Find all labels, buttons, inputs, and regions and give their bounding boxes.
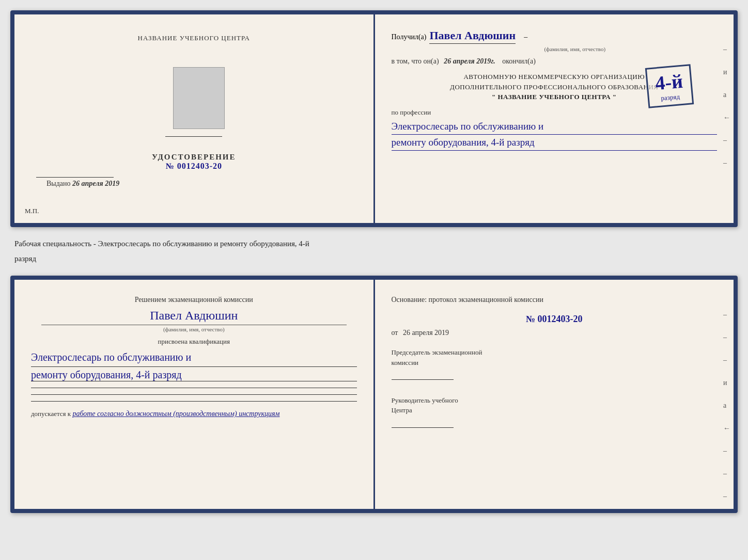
left-org-title: НАЗВАНИЕ УЧЕБНОГО ЦЕНТРА — [138, 34, 250, 42]
sign-lines — [31, 388, 357, 402]
bmark-9: – — [723, 492, 730, 501]
qual-line1: Электрослесарь по обслуживанию и — [31, 348, 357, 367]
vydano-line: Выдано 26 апреля 2019 — [46, 180, 119, 188]
bmark-4: и — [723, 379, 730, 387]
certificate-label: УДОСТОВЕРЕНИЕ — [152, 153, 236, 162]
vtom-date: 26 апреля 2019г. — [444, 57, 495, 65]
ot-label: от — [392, 329, 398, 337]
dopuskaetsya-block: допускается к работе согласно должностны… — [31, 410, 357, 418]
qual-block: Электрослесарь по обслуживанию и ремонту… — [31, 348, 357, 381]
bmark-6: ← — [723, 424, 730, 433]
grade-stamp: 4-й разряд — [645, 64, 694, 108]
poluchil-label: Получил(а) — [392, 33, 427, 41]
top-certificate: НАЗВАНИЕ УЧЕБНОГО ЦЕНТРА УДОСТОВЕРЕНИЕ №… — [10, 10, 738, 227]
chairman-sign-line — [392, 372, 454, 380]
vtom-block: в том, что он(а) 26 апреля 2019г. окончи… — [392, 57, 718, 66]
grade-label: 4-й — [654, 70, 684, 94]
dopusk-text: работе согласно должностным (производств… — [72, 410, 279, 418]
mark-6: – — [723, 159, 730, 167]
bottom-left-page: Решением экзаменационной комиссии Павел … — [14, 280, 375, 509]
mp-label: М.П. — [25, 207, 39, 215]
mark-3: а — [723, 91, 730, 99]
bottom-name-sub: (фамилия, имя, отчество) — [41, 325, 347, 332]
name-sublabel-top: (фамилия, имя, отчество) — [433, 46, 718, 52]
top-right-page: Получил(а) Павел Авдюшин – (фамилия, имя… — [375, 14, 734, 223]
grade-sublabel: разряд — [657, 92, 685, 103]
bmark-7: – — [723, 447, 730, 455]
qual-line2: ремонту оборудования, 4-й разряд — [31, 369, 357, 381]
okoncil-label: окончил(а) — [502, 57, 536, 65]
vydano-label: Выдано — [46, 180, 71, 187]
vydano-date: 26 апреля 2019 — [72, 180, 119, 187]
poluchil-line: Получил(а) Павел Авдюшин – — [392, 29, 718, 44]
top-left-page: НАЗВАНИЕ УЧЕБНОГО ЦЕНТРА УДОСТОВЕРЕНИЕ №… — [14, 14, 375, 223]
profession-line1: Электрослесарь по обслуживанию и — [392, 119, 718, 135]
mark-5: – — [723, 136, 730, 145]
rukovoditel-line1: Руководитель учебного — [392, 395, 718, 406]
mark-2: и — [723, 68, 730, 76]
bottom-right-page: Основание: протокол экзаменационной коми… — [375, 280, 734, 509]
rukovoditel-line2: Центра — [392, 405, 718, 415]
dopuskaetsya-label: допускается к — [31, 410, 71, 418]
bmark-2: – — [723, 333, 730, 342]
bottom-certificate: Решением экзаменационной комиссии Павел … — [10, 276, 738, 513]
chairman-line1: Председатель экзаменационной — [392, 347, 718, 358]
sign-line-1 — [31, 388, 357, 388]
photo-placeholder — [173, 67, 225, 129]
profession-block: Электрослесарь по обслуживанию и ремонту… — [392, 119, 718, 151]
profession-line2: ремонту оборудования, 4-й разряд — [392, 135, 718, 151]
resolution-text: Решением экзаменационной комиссии — [31, 294, 357, 306]
separator-line2: разряд — [14, 251, 734, 266]
chairman-line2: комиссии — [392, 358, 718, 368]
po-professii-label: по профессии — [392, 108, 718, 117]
separator-block: Рабочая специальность - Электрослесарь п… — [10, 235, 738, 267]
sign-line-3 — [31, 401, 357, 402]
protocol-number: № 0012403-20 — [392, 314, 718, 325]
bmark-3: – — [723, 356, 730, 364]
certificate-number: № 0012403-20 — [152, 162, 236, 171]
vtom-line: в том, что он(а) 26 апреля 2019г. окончи… — [392, 57, 718, 66]
mark-4: ← — [723, 114, 730, 122]
ot-date-line: от 26 апреля 2019 — [392, 329, 718, 337]
osnov-label: Основание: протокол экзаменационной коми… — [392, 294, 718, 306]
bmark-1: – — [723, 311, 730, 319]
bmark-5: а — [723, 402, 730, 410]
chairman-block: Председатель экзаменационной комиссии — [392, 347, 718, 383]
mark-1: – — [723, 45, 730, 54]
recipient-name: Павел Авдюшин — [429, 29, 516, 44]
sign-line-2 — [31, 394, 357, 395]
right-side-marks: – и а ← – – — [723, 45, 730, 167]
ot-date: 26 апреля 2019 — [403, 329, 449, 337]
rukovoditel-sign-line — [392, 420, 454, 428]
separator-line1: Рабочая специальность - Электрослесарь п… — [14, 236, 734, 251]
bottom-right-side-marks: – – – и а ← – – – — [723, 311, 730, 501]
bmark-8: – — [723, 470, 730, 478]
rukovoditel-block: Руководитель учебного Центра — [392, 395, 718, 431]
certificate-info: УДОСТОВЕРЕНИЕ № 0012403-20 — [152, 153, 236, 171]
vtom-label: в том, что он(а) — [392, 57, 439, 65]
prisvoena-text: присвоена квалификация — [31, 338, 357, 346]
bottom-name: Павел Авдюшин — [31, 309, 357, 323]
